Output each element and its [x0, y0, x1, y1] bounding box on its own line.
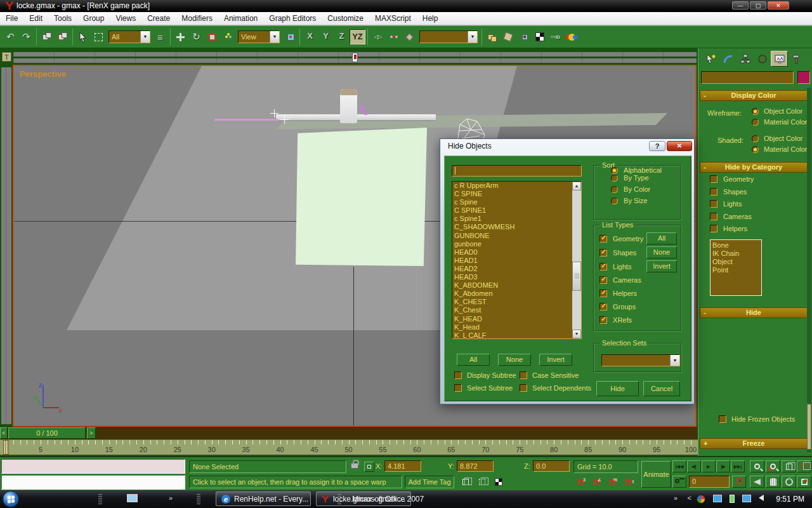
- object-list-item[interactable]: HEAD2: [452, 265, 581, 273]
- select-and-scale-icon[interactable]: [204, 29, 220, 45]
- render-scene-icon[interactable]: [532, 29, 547, 45]
- rifle-barrel-mesh[interactable]: [214, 119, 278, 121]
- dialog-help-button[interactable]: ?: [649, 141, 665, 151]
- object-list-item[interactable]: c Spine1: [452, 215, 581, 223]
- tray-display-icon[interactable]: [713, 495, 722, 502]
- office-overflow-icon[interactable]: »: [674, 494, 678, 502]
- menu-item[interactable]: Tools: [48, 12, 77, 25]
- rollout-display-color[interactable]: - Display Color: [700, 90, 808, 101]
- spinner-snap-icon[interactable]: ⇕: [623, 476, 638, 488]
- set-key-icon[interactable]: [672, 476, 686, 488]
- list-type-button[interactable]: Invert: [646, 260, 677, 272]
- select-object-icon[interactable]: [75, 29, 91, 45]
- rollout-freeze[interactable]: + Freeze: [700, 438, 808, 449]
- selection-sets-dropdown[interactable]: ▼: [601, 354, 680, 366]
- tab-hierarchy[interactable]: [737, 51, 754, 67]
- select-and-move-icon[interactable]: [173, 29, 188, 45]
- track-view-icon[interactable]: [484, 29, 500, 45]
- taskbar-clock[interactable]: 9:51 PM: [776, 495, 804, 504]
- category-checkbox-row[interactable]: Lights: [710, 200, 754, 213]
- tray-office-icon[interactable]: [697, 495, 705, 504]
- object-list-item[interactable]: K_L CALF: [452, 331, 581, 339]
- scroll-up-icon[interactable]: ▲: [572, 182, 581, 190]
- object-list-item[interactable]: C SPINE1: [452, 206, 581, 215]
- menu-item[interactable]: Modifiers: [176, 12, 218, 25]
- macro-recorder-field[interactable]: [1, 459, 185, 474]
- select-and-link-icon[interactable]: [39, 29, 55, 45]
- taskbar-app-browser[interactable]: eRenHelp.net - Every...: [216, 491, 311, 506]
- selection-button[interactable]: Invert: [539, 354, 572, 366]
- minimize-button[interactable]: —: [732, 1, 749, 10]
- snap-toggle-3d-icon[interactable]: 3: [573, 476, 588, 488]
- selection-button[interactable]: All: [457, 354, 490, 366]
- list-type-checkbox-row[interactable]: Shapes: [599, 249, 636, 257]
- tab-display[interactable]: [771, 51, 788, 67]
- radio-option[interactable]: Object Color: [752, 107, 808, 118]
- dropdown-arrow-icon[interactable]: ▼: [270, 31, 279, 43]
- tray-collapse-icon[interactable]: <: [688, 494, 691, 502]
- left-viewport-minimized[interactable]: [1, 67, 11, 424]
- array-icon[interactable]: [386, 29, 402, 45]
- category-checkbox-row[interactable]: Helpers: [710, 225, 754, 237]
- x-coord-field[interactable]: 4.181: [384, 460, 421, 472]
- time-slider-track[interactable]: < 0 / 100 >: [0, 427, 698, 439]
- absolute-mode-toggle[interactable]: [364, 462, 374, 472]
- object-list-item[interactable]: K_Head: [452, 323, 581, 331]
- tab-modify[interactable]: [719, 51, 737, 67]
- toolbar-drag-handle[interactable]: [337, 494, 341, 504]
- dropdown-arrow-icon[interactable]: ▼: [140, 31, 150, 43]
- box-mesh[interactable]: [295, 128, 427, 266]
- undo-icon[interactable]: ↶: [3, 29, 18, 45]
- rectangular-selection-region-icon[interactable]: [91, 29, 107, 45]
- list-item[interactable]: IK Chain Object: [712, 250, 761, 266]
- sort-option[interactable]: By Size: [611, 197, 647, 204]
- named-selection-sets-dropdown[interactable]: ▼: [419, 30, 478, 43]
- zoom-extents-all-icon[interactable]: [797, 460, 811, 472]
- render-type-icon[interactable]: ID: [547, 29, 563, 45]
- use-center-icon[interactable]: [282, 29, 298, 45]
- y-coord-field[interactable]: 8.872: [457, 460, 494, 472]
- selection-button[interactable]: None: [498, 354, 531, 366]
- track-bar-frame-caret[interactable]: [3, 440, 9, 455]
- min-max-toggle-icon[interactable]: [797, 476, 811, 488]
- axis-constraint-button[interactable]: X: [302, 29, 318, 44]
- field-of-view-icon[interactable]: [750, 476, 764, 488]
- rollout-hide-by-category[interactable]: - Hide by Category: [700, 162, 808, 173]
- dialog-close-button[interactable]: ✕: [667, 141, 692, 151]
- list-type-button[interactable]: None: [646, 246, 677, 258]
- list-type-checkbox-row[interactable]: Cameras: [599, 276, 641, 284]
- tray-battery-icon[interactable]: [730, 495, 735, 503]
- top-viewport-minimized[interactable]: [13, 52, 697, 63]
- category-checkbox-row[interactable]: Cameras: [710, 213, 754, 225]
- menu-item[interactable]: Animation: [218, 12, 263, 25]
- select-by-name-icon[interactable]: ≡: [152, 29, 168, 45]
- list-type-checkbox-row[interactable]: XRefs: [599, 316, 632, 324]
- zoom-icon[interactable]: [750, 460, 764, 472]
- dropdown-arrow-icon[interactable]: ▼: [670, 355, 679, 366]
- dialog-option-checkbox[interactable]: Select Dependents: [520, 384, 591, 392]
- close-button[interactable]: ✕: [768, 1, 789, 10]
- zoom-extents-icon[interactable]: [782, 460, 796, 472]
- object-list-item[interactable]: c Spine: [452, 198, 581, 206]
- mirror-icon[interactable]: ◁▷: [370, 29, 386, 45]
- category-custom-list[interactable]: BoneIK Chain ObjectPoint: [710, 239, 762, 296]
- radio-option[interactable]: Material Color: [752, 118, 808, 129]
- menu-item[interactable]: Group: [77, 12, 110, 25]
- previous-frame-button[interactable]: <: [0, 427, 8, 439]
- zoom-all-icon[interactable]: [766, 460, 780, 472]
- sort-option[interactable]: By Color: [611, 185, 650, 193]
- menu-item[interactable]: File: [0, 12, 23, 25]
- panel-scrollbar[interactable]: [807, 88, 811, 452]
- pan-hand-icon[interactable]: [766, 476, 780, 488]
- menu-item[interactable]: Edit: [23, 12, 48, 25]
- scroll-down-icon[interactable]: ▼: [572, 330, 581, 338]
- object-color-swatch[interactable]: [797, 71, 810, 84]
- adaptive-degradation-icon[interactable]: [458, 476, 473, 488]
- quick-launch-overflow-icon[interactable]: »: [169, 494, 173, 502]
- object-list-item[interactable]: K_ABDOMEN: [452, 281, 581, 290]
- list-item[interactable]: Point: [712, 266, 761, 274]
- category-checkbox-row[interactable]: Geometry: [710, 175, 754, 188]
- list-type-button[interactable]: All: [646, 232, 677, 244]
- arc-rotate-icon[interactable]: [782, 476, 796, 488]
- hide-confirm-button[interactable]: Hide: [596, 381, 639, 396]
